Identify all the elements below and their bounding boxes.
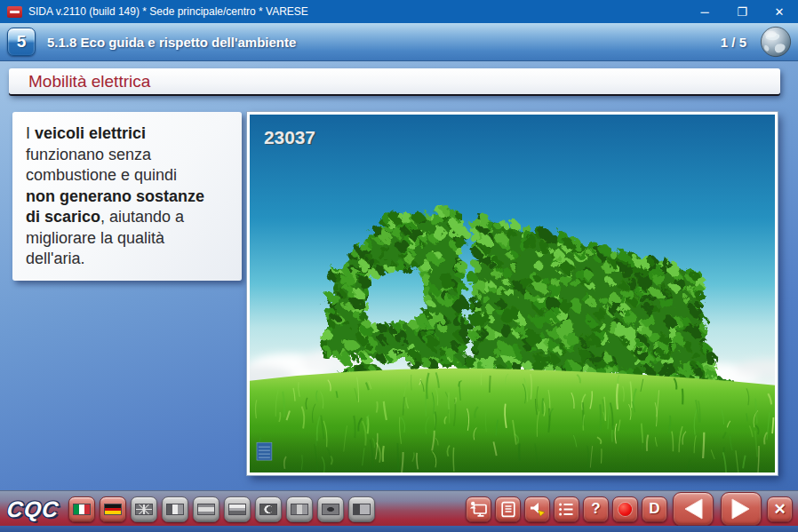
text-segment: migliorare la qualità xyxy=(26,229,164,247)
language-flag-row xyxy=(68,496,375,522)
chapter-number-badge: 5 xyxy=(7,28,36,56)
text-segment: combustione e quindi xyxy=(26,166,177,184)
lesson-image-frame: 23037 23037 xyxy=(247,112,778,475)
language-arabo-button[interactable] xyxy=(255,496,282,522)
text-view-button[interactable] xyxy=(495,496,521,522)
text-segment: veicoli elettrici xyxy=(35,124,146,142)
sida-application-window: SIDA v.2110 (build 149) * Sede principal… xyxy=(0,0,798,532)
language-cinese-button[interactable] xyxy=(348,496,375,522)
tedesco-flag-icon xyxy=(104,504,122,515)
list-icon xyxy=(558,502,575,517)
bottom-strip xyxy=(0,526,798,532)
text-segment: non generano sostanze xyxy=(26,187,204,205)
arabo-flag-icon xyxy=(259,504,277,515)
language-albanese-button[interactable] xyxy=(317,496,344,522)
language-italiano-button[interactable] xyxy=(68,496,95,522)
window-title-bar: SIDA v.2110 (build 149) * Sede principal… xyxy=(0,0,798,23)
cqc-logo: CQC xyxy=(5,496,60,522)
lesson-text-panel: I veicoli elettricifunzionano senzacombu… xyxy=(12,112,242,281)
italiano-flag-icon xyxy=(73,504,91,515)
language-inglese-button[interactable] xyxy=(131,496,157,522)
screen-mode-button[interactable] xyxy=(466,496,491,522)
lesson-paragraph: I veicoli elettricifunzionano senzacombu… xyxy=(26,123,235,270)
tool-button-row: ?D✕ xyxy=(466,492,793,526)
cinese-flag-icon xyxy=(353,504,371,515)
record-button[interactable] xyxy=(612,496,638,522)
section-title: Mobilità elettrica xyxy=(28,72,150,91)
letter-d-icon: D xyxy=(649,500,659,518)
watermark-logo xyxy=(257,442,272,460)
monitor-person-icon xyxy=(469,500,489,518)
chapter-title: 5.1.8 Eco guida e rispetto dell'ambiente xyxy=(47,35,721,50)
help-button[interactable]: ? xyxy=(583,496,609,522)
dictionary-button[interactable]: D xyxy=(642,496,667,522)
text-segment: di scarico xyxy=(26,208,100,226)
text-segment: dell'aria. xyxy=(26,250,84,267)
section-title-bar: Mobilità elettrica xyxy=(9,68,780,94)
language-francese-button[interactable] xyxy=(162,496,188,522)
speaker-icon xyxy=(529,501,547,518)
bottom-toolbar: CQC ?D✕ xyxy=(0,490,798,527)
question-icon: ? xyxy=(591,500,600,518)
app-icon xyxy=(7,6,22,18)
exit-button[interactable]: ✕ xyxy=(767,496,793,522)
language-tedesco-button[interactable] xyxy=(100,496,126,522)
index-button[interactable] xyxy=(554,496,579,522)
language-spagnolo-button[interactable] xyxy=(193,496,219,522)
document-icon xyxy=(500,501,516,518)
next-button[interactable] xyxy=(721,492,762,526)
russo-flag-icon xyxy=(228,504,246,515)
globe-icon xyxy=(759,25,793,59)
page-indicator: 1 / 5 xyxy=(721,35,746,50)
maximize-button[interactable]: ❐ xyxy=(723,0,761,23)
language-rumeno-button[interactable] xyxy=(286,496,313,522)
language-russo-button[interactable] xyxy=(224,496,251,522)
image-number: 23037 xyxy=(264,127,315,147)
text-segment: funzionano senza xyxy=(26,146,151,163)
text-segment: , aiutando a xyxy=(100,208,184,226)
spagnolo-flag-icon xyxy=(197,504,215,515)
window-title: SIDA v.2110 (build 149) * Sede principal… xyxy=(28,5,686,18)
eco-truck-image: 23037 23037 xyxy=(250,115,775,472)
arrow-right-icon xyxy=(728,496,754,521)
inglese-flag-icon xyxy=(135,504,153,515)
close-icon: ✕ xyxy=(773,500,786,519)
chapter-header: 5 5.1.8 Eco guida e rispetto dell'ambien… xyxy=(0,23,798,61)
arrow-left-icon xyxy=(680,496,706,521)
close-window-button[interactable]: ✕ xyxy=(761,0,798,23)
audio-button[interactable] xyxy=(524,496,550,522)
albanese-flag-icon xyxy=(322,504,339,515)
text-segment: I xyxy=(26,124,35,142)
record-icon xyxy=(618,503,632,516)
minimize-button[interactable]: ─ xyxy=(686,0,723,23)
previous-button[interactable] xyxy=(673,492,714,526)
rumeno-flag-icon xyxy=(291,504,308,515)
francese-flag-icon xyxy=(166,504,184,515)
